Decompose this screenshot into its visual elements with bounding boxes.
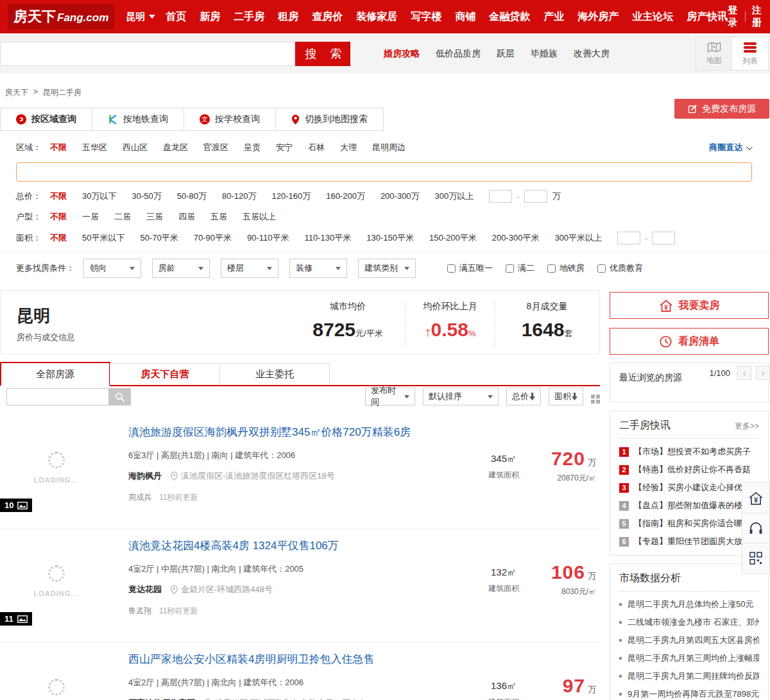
news-item[interactable]: 2 【特惠】低价好房让你不再香菇: [619, 461, 759, 479]
breadcrumb-home[interactable]: 房天下: [5, 87, 28, 98]
filter-checkbox[interactable]: 地铁房: [547, 262, 585, 274]
hot-link[interactable]: 跃层: [497, 48, 515, 60]
listing-agent[interactable]: 周成兵: [128, 492, 151, 503]
region-option[interactable]: 昆明周边: [372, 142, 406, 153]
tab-fang-direct[interactable]: 房天下自营: [110, 363, 220, 385]
price-min-input[interactable]: [489, 190, 512, 203]
news-item[interactable]: 3 【经验】买房小建议走心择优居: [619, 479, 759, 497]
main-menu-item[interactable]: 金融贷款: [489, 10, 530, 24]
news-item[interactable]: 4 【盘点】那些附加值爆表的楼盘: [619, 497, 759, 515]
search-button[interactable]: 搜 索: [295, 42, 350, 66]
area-option[interactable]: 300平米以上: [554, 232, 602, 244]
listing-community[interactable]: 竟达花园: [128, 584, 162, 595]
map-view-button[interactable]: 地图: [696, 37, 732, 70]
register-link[interactable]: 注册: [751, 4, 762, 29]
qr-code-button[interactable]: [742, 543, 770, 574]
area-option[interactable]: 130-150平米: [366, 232, 414, 244]
filter-dropdown[interactable]: 朝向: [83, 259, 141, 278]
price-option[interactable]: 300万以上: [435, 191, 474, 202]
main-menu-item[interactable]: 租房: [278, 10, 298, 24]
price-option[interactable]: 200-300万: [381, 191, 420, 202]
area-option[interactable]: 不限: [50, 232, 67, 244]
price-option[interactable]: 160-200万: [326, 191, 365, 202]
listing-agent[interactable]: 鲁孟翔: [128, 606, 151, 617]
price-option[interactable]: 50-80万: [177, 191, 207, 202]
market-item[interactable]: 昆明二手房九月第三周均价上涨幅度增...: [619, 649, 759, 667]
hot-link[interactable]: 毕婚族: [531, 48, 558, 60]
market-item[interactable]: 二线城市领涨金九楼市 石家庄、郑州...: [619, 613, 759, 631]
main-menu-item[interactable]: 新房: [200, 10, 220, 24]
price-option[interactable]: 30万以下: [82, 191, 116, 202]
price-option[interactable]: 80-120万: [222, 191, 256, 202]
login-link[interactable]: 登录: [728, 4, 739, 29]
next-page-button[interactable]: ›: [756, 366, 770, 380]
layout-option[interactable]: 四居: [178, 211, 195, 223]
listing-community[interactable]: 严家地教师住宅区: [128, 697, 195, 700]
area-option[interactable]: 90-110平米: [247, 232, 289, 244]
tab-owner-entrust[interactable]: 业主委托: [219, 363, 330, 385]
list-view-button[interactable]: 列表: [732, 37, 768, 70]
tab-all-listings[interactable]: 全部房源: [0, 362, 110, 386]
selected-filters-box[interactable]: [16, 162, 752, 182]
sell-shortcut-button[interactable]: ¥: [742, 482, 770, 513]
publish-listing-button[interactable]: 免费发布房源: [674, 99, 769, 119]
listing-photo[interactable]: LOADING... 11: [0, 537, 112, 626]
area-option[interactable]: 50-70平米: [140, 232, 178, 244]
market-item[interactable]: 昆明二手房九月总体均价上涨50元: [619, 595, 759, 613]
area-option[interactable]: 110-130平米: [304, 232, 351, 244]
tab-by-metro[interactable]: 按地铁查询: [92, 108, 184, 131]
region-option[interactable]: 大理: [340, 142, 357, 153]
main-menu-item[interactable]: 海外房产: [578, 10, 619, 24]
main-menu-item[interactable]: 写字楼: [411, 10, 441, 24]
layout-option[interactable]: 五居以上: [243, 211, 276, 223]
sell-house-button[interactable]: ¥ 我要卖房: [610, 292, 769, 319]
filter-dropdown[interactable]: 房龄: [152, 259, 210, 278]
tab-by-school[interactable]: 文 按学校查询: [184, 108, 276, 131]
prev-page-button[interactable]: ‹: [737, 366, 751, 380]
filter-checkbox[interactable]: 满二: [506, 262, 535, 274]
price-option[interactable]: 120-160万: [271, 191, 311, 202]
sort-default[interactable]: 默认排序: [423, 388, 499, 405]
news-more-link[interactable]: 更多>>: [735, 421, 759, 432]
city-selector[interactable]: 昆明: [126, 11, 155, 23]
main-menu-item[interactable]: 二手房: [234, 10, 264, 24]
main-menu-item[interactable]: 装修家居: [356, 10, 397, 24]
area-max-input[interactable]: [652, 232, 675, 244]
search-input[interactable]: [0, 42, 295, 66]
price-option[interactable]: 30-50万: [132, 191, 161, 202]
filter-dropdown[interactable]: 建筑类别: [358, 259, 416, 278]
price-max-input[interactable]: [524, 190, 547, 203]
main-menu-item[interactable]: 首页: [166, 10, 186, 24]
business-area-link[interactable]: 商圈直达: [709, 142, 751, 153]
main-menu-item[interactable]: 查房价: [312, 10, 343, 24]
hot-link[interactable]: 改善大房: [574, 48, 610, 60]
listing-title[interactable]: 滇池旅游度假区海韵枫丹双拼别墅345㎡价格720万精装6房: [128, 425, 462, 440]
filter-dropdown[interactable]: 楼层: [221, 259, 278, 278]
layout-option[interactable]: 五居: [210, 211, 227, 223]
list-search-input[interactable]: [6, 388, 109, 405]
filter-checkbox[interactable]: 优质教育: [597, 262, 643, 274]
main-menu-item[interactable]: 业主论坛: [632, 10, 673, 24]
region-option[interactable]: 五华区: [82, 142, 107, 153]
listing-community[interactable]: 海韵枫丹: [128, 470, 162, 482]
main-menu-item[interactable]: 商铺: [455, 10, 475, 24]
filter-checkbox[interactable]: 满五唯一: [447, 262, 493, 274]
region-option[interactable]: 盘龙区: [163, 142, 188, 153]
listing-title[interactable]: 滇池竟达花园4楼高装4房 1324平仅售106万: [128, 538, 462, 553]
layout-option[interactable]: 三居: [146, 211, 163, 223]
layout-option[interactable]: 一居: [82, 211, 99, 223]
checkbox-input[interactable]: [597, 264, 606, 273]
area-option[interactable]: 50平米以下: [82, 232, 124, 244]
market-item[interactable]: 昆明二手房九月第四周五大区县房价四...: [619, 631, 759, 649]
checkbox-input[interactable]: [447, 264, 456, 273]
checkbox-input[interactable]: [506, 264, 514, 273]
market-item[interactable]: 9月第一周均价再降百元跌至7898元: [619, 685, 759, 700]
news-item[interactable]: 6 【专题】重阳佳节团圆房大放送: [619, 533, 759, 551]
hot-link[interactable]: 婚房攻略: [384, 48, 420, 60]
main-menu-item[interactable]: 产业: [543, 10, 564, 24]
listing-photo[interactable]: LOADING...: [0, 651, 112, 700]
price-option[interactable]: 不限: [50, 191, 67, 202]
region-option[interactable]: 不限: [50, 142, 67, 153]
sort-publish-time[interactable]: 发布时间: [365, 388, 415, 405]
filter-dropdown[interactable]: 装修: [289, 259, 347, 278]
